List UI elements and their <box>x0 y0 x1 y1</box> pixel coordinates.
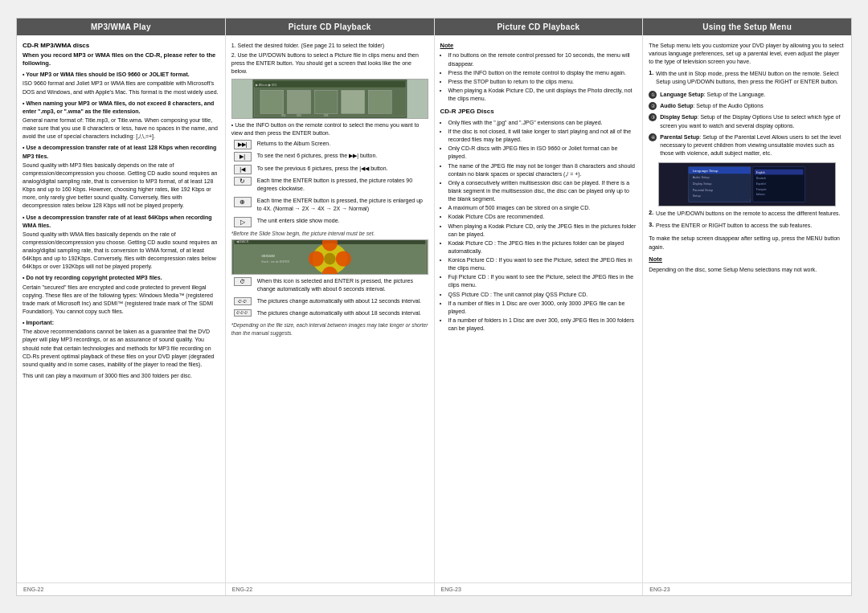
svg-text:▶ Album  ▶ 001: ▶ Album ▶ 001 <box>256 84 276 87</box>
circle-4: ④ <box>649 133 657 141</box>
bullet-2-body: Sound quality with MP3 files basically d… <box>23 161 219 210</box>
col2-step1: 1. Select the desired folder. (See page … <box>231 42 428 50</box>
svg-point-19 <box>308 251 323 266</box>
icon-row-rotate: ↻ Each time the ENTER button is pressed,… <box>231 177 428 194</box>
icon-cell-album: ▶▶| <box>231 140 254 149</box>
col2-use-info: • Use the INFO button on the remote cont… <box>231 121 428 137</box>
bullet-3: • Use a decompression transfer rate of a… <box>23 214 219 272</box>
timer2-icon: ⏱⏱ <box>234 297 252 305</box>
setup-step-1: 1. With the unit in Stop mode, press the… <box>649 70 845 88</box>
svg-rect-6 <box>314 91 338 114</box>
col1-section-title: CD-R MP3/WMA discs <box>23 42 219 49</box>
svg-text:Deutsch: Deutsch <box>756 177 766 180</box>
jpeg-item-3: The name of the JPEG file may not be lon… <box>448 162 637 178</box>
setup-options: ① Language Setup: Setup of the Language.… <box>649 91 845 159</box>
icon-row-slideshow: ▷ The unit enters slide show mode. <box>231 217 428 227</box>
col2-content: 1. Select the desired folder. (See page … <box>226 35 434 582</box>
col3-header: Picture CD Playback <box>435 18 643 35</box>
asterisk-note-1: *Before the Slide Show begin, the pictur… <box>231 230 428 237</box>
setup-outro: To make the setup screen disappear after… <box>649 235 845 251</box>
jpeg-item-2: Only CD-R discs with JPEG files in ISO 9… <box>448 145 637 161</box>
col-picture-cd-1: Picture CD Playback 1. Select the desire… <box>226 18 435 595</box>
step-3-num: 3. <box>649 222 653 231</box>
circle-3: ③ <box>649 113 657 121</box>
bullet-1: • When naming your MP3 or WMA files, do … <box>23 100 219 141</box>
col3-footer-row: ENG-23 <box>435 582 643 595</box>
icon-desc-album: Returns to the Album Screen. <box>257 140 330 148</box>
bullet-0: • Your MP3 or WMA files should be ISO 96… <box>23 71 219 96</box>
jpeg-item-0: Only files with the ".jpg" and ".JPG" ex… <box>448 119 637 127</box>
icon-desc-slideshow: The unit enters slide show mode. <box>257 217 340 225</box>
col1-footer: ENG-22 <box>17 583 225 595</box>
svg-text:002: 002 <box>297 114 301 117</box>
bullet-6-body: This unit can play a maximum of 3000 fil… <box>23 372 219 380</box>
rotate-icon: ↻ <box>234 177 252 186</box>
col3-jpeg-list: Only files with the ".jpg" and ".JPG" ex… <box>440 119 637 333</box>
svg-text:Each : me tte ENTER: Each : me tte ENTER <box>261 260 289 264</box>
setup-note-label: Note <box>649 255 845 264</box>
icon-row-zoom: ⊕ Each time the ENTER button is pressed,… <box>231 197 428 215</box>
setup-option-4-text: Parental Setup: Setup of the Parental Le… <box>660 133 845 157</box>
icon-cell-timer3: ⏱⏱⏱ <box>231 309 254 317</box>
svg-text:Setup: Setup <box>693 195 701 198</box>
cd-r-jpeg-section: CD-R JPEG Discs Only files with the ".jp… <box>440 107 637 333</box>
note-item-2: Press the STOP button to return to the c… <box>448 78 637 86</box>
bullet-4-title: • Do not try recording copyright protect… <box>23 274 219 282</box>
svg-text:Français: Français <box>756 188 767 191</box>
col1-intro: When you record MP3 or WMA files on the … <box>23 51 219 69</box>
svg-text:Español: Español <box>756 182 766 186</box>
setup-note-section: Note Depending on the disc, some Setup M… <box>649 255 845 274</box>
setup-option-3-text: Display Setup: Setup of the Display Opti… <box>660 113 845 129</box>
setup-option-4: ④ Parental Setup: Setup of the Parental … <box>649 133 845 159</box>
svg-text:Language Setup: Language Setup <box>693 169 719 173</box>
setup-step-1-container: 1. With the unit in Stop mode, press the… <box>649 70 845 88</box>
icon-desc-timer2: The pictures change automatically with a… <box>257 297 421 305</box>
album-icon: ▶▶| <box>234 140 252 149</box>
col3-note-section: Note If no buttons on the remote control… <box>440 42 637 104</box>
col4-header: Using the Setup Menu <box>643 18 851 35</box>
setup-step-2: 2. Use the UP/DOWN buttons on the remote… <box>649 210 845 219</box>
step-1-text: With the unit in Stop mode, press the ME… <box>656 70 845 86</box>
svg-text:0035580: 0035580 <box>261 254 275 258</box>
icon-cell-zoom: ⊕ <box>231 197 254 207</box>
svg-point-21 <box>324 253 336 265</box>
icon-row-timer2: ⏱⏱ The pictures change automatically wit… <box>231 297 428 307</box>
svg-text:Audio Setup: Audio Setup <box>693 176 710 179</box>
svg-text:◀ BACK: ◀ BACK <box>236 239 249 243</box>
col3-content: Note If no buttons on the remote control… <box>435 35 643 582</box>
setup-step-3: 3. Press the ENTER or RIGHT button to ac… <box>649 222 845 231</box>
jpeg-item-6: Kodak Picture CDs are recommended. <box>448 213 637 221</box>
icon-desc-zoom: Each time the ENTER button is pressed, t… <box>257 197 428 213</box>
col-mp3-wma: MP3/WMA Play CD-R MP3/WMA discs When you… <box>17 18 226 595</box>
jpeg-item-10: Fuji Picture CD : If you want to see the… <box>448 273 637 289</box>
col3-note-label: Note <box>440 42 637 51</box>
note-item-1: Press the INFO button on the remote cont… <box>448 69 637 77</box>
setup-option-2: ② Audio Setup: Setup of the Audio Option… <box>649 102 845 112</box>
icon-desc-timer1: When this icon is selected and ENTER is … <box>257 277 428 293</box>
bullet-3-body: Sound quality with WMA files basically d… <box>23 231 219 272</box>
col1-header: MP3/WMA Play <box>17 18 225 35</box>
icon-cell-timer1: ⏱ <box>231 277 254 286</box>
icon-row-album: ▶▶| Returns to the Album Screen. <box>231 140 428 149</box>
bullet-5-body: The above recommendations cannot be take… <box>23 328 219 369</box>
svg-rect-8 <box>368 91 391 114</box>
svg-rect-2 <box>254 81 405 88</box>
icon-row-next: ▶| To see the next 6 pictures, press the… <box>231 152 428 161</box>
icon-row-prev: |◀ To see the previous 6 pictures, press… <box>231 165 428 174</box>
svg-rect-7 <box>342 91 365 114</box>
setup-option-1-text: Language Setup: Setup of the Language. <box>660 91 765 99</box>
col4-footer: ENG-23 <box>643 583 851 595</box>
icon-row-timer3: ⏱⏱⏱ The pictures change automatically wi… <box>231 309 428 319</box>
col4-content: The Setup menu lets you customize your D… <box>643 35 851 582</box>
icon-desc-rotate: Each time the ENTER button is pressed, t… <box>257 177 428 193</box>
setup-option-1: ① Language Setup: Setup of the Language. <box>649 91 845 100</box>
jpeg-item-8: Kodak Picture CD : The JPEG files in the… <box>448 239 637 255</box>
col-setup-menu: Using the Setup Menu The Setup menu lets… <box>643 18 851 595</box>
note-item-3: When playing a Kodak Picture CD, the uni… <box>448 87 637 103</box>
jpeg-item-4: Only a consecutively written multisessio… <box>448 179 637 203</box>
bullet-4-body: Certain "secured" files are encrypted an… <box>23 284 219 317</box>
jpeg-item-11: QSS Picture CD : The unit cannot play QS… <box>448 291 637 299</box>
step-2-text: Use the UP/DOWN buttons on the remote to… <box>656 210 840 218</box>
svg-rect-5 <box>287 91 310 114</box>
setup-menu-screenshot: Language Setup Audio Setup Display Setup… <box>658 162 835 206</box>
